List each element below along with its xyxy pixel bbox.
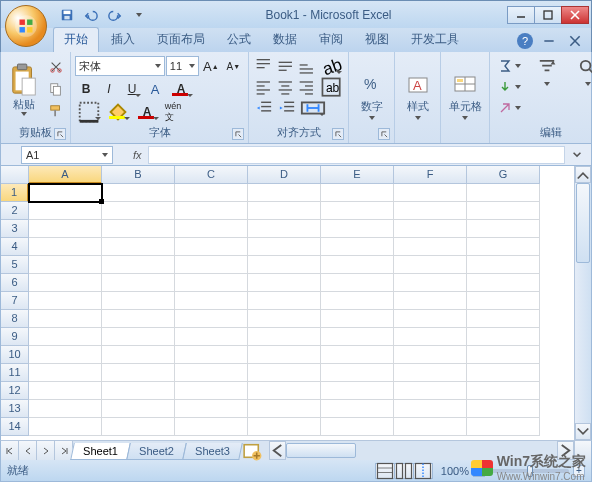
cell[interactable] [29, 238, 102, 256]
column-header[interactable]: G [467, 166, 540, 184]
cell[interactable] [102, 256, 175, 274]
row-header[interactable]: 6 [1, 274, 29, 292]
cell[interactable] [175, 328, 248, 346]
first-sheet-icon[interactable] [1, 441, 19, 460]
copy-icon[interactable] [46, 79, 66, 99]
cell[interactable] [467, 346, 540, 364]
cell[interactable] [321, 184, 394, 202]
autosum-icon[interactable] [496, 56, 523, 76]
cell[interactable] [321, 400, 394, 418]
number-format-button[interactable]: % 数字 [353, 54, 390, 139]
find-select-icon[interactable] [571, 56, 592, 86]
cell[interactable] [102, 364, 175, 382]
minimize-button[interactable] [507, 6, 535, 24]
cell[interactable] [29, 274, 102, 292]
column-header[interactable]: C [175, 166, 248, 184]
row-header[interactable]: 3 [1, 220, 29, 238]
cell[interactable] [175, 184, 248, 202]
cell[interactable] [175, 256, 248, 274]
cell[interactable] [175, 202, 248, 220]
cell[interactable] [175, 292, 248, 310]
help-button[interactable]: ? [517, 33, 533, 49]
row-header[interactable]: 7 [1, 292, 29, 310]
cell[interactable] [175, 238, 248, 256]
bold-icon[interactable]: B [75, 79, 97, 99]
cell[interactable] [29, 292, 102, 310]
zoom-in-icon[interactable]: + [573, 465, 585, 477]
align-bottom-icon[interactable] [296, 56, 317, 76]
scroll-right-icon[interactable] [557, 441, 574, 460]
scroll-left-icon[interactable] [269, 441, 286, 460]
cell[interactable] [394, 346, 467, 364]
italic-icon[interactable]: I [98, 79, 120, 99]
row-header[interactable]: 1 [1, 184, 29, 202]
cell[interactable] [467, 202, 540, 220]
cell[interactable] [175, 418, 248, 436]
cell[interactable] [394, 382, 467, 400]
zoom-slider[interactable] [489, 469, 569, 473]
cell[interactable] [102, 274, 175, 292]
border-icon[interactable] [75, 102, 103, 122]
cell[interactable] [248, 238, 321, 256]
merge-cells-icon[interactable] [299, 98, 327, 118]
cell[interactable] [321, 220, 394, 238]
cell[interactable] [467, 274, 540, 292]
cell[interactable] [394, 274, 467, 292]
cell[interactable] [102, 310, 175, 328]
tab-insert[interactable]: 插入 [101, 28, 145, 52]
fx-icon[interactable]: fx [133, 149, 142, 161]
align-top-icon[interactable] [253, 56, 274, 76]
cell[interactable] [29, 220, 102, 238]
cell[interactable] [175, 310, 248, 328]
cell[interactable] [29, 328, 102, 346]
row-header[interactable]: 14 [1, 418, 29, 436]
zoom-level[interactable]: 100% [441, 465, 469, 477]
fill-color-icon[interactable] [104, 102, 132, 122]
cell[interactable] [467, 310, 540, 328]
cell[interactable] [102, 220, 175, 238]
cell[interactable] [321, 274, 394, 292]
column-header[interactable]: D [248, 166, 321, 184]
cell[interactable] [29, 364, 102, 382]
cell[interactable] [467, 292, 540, 310]
cell[interactable] [467, 220, 540, 238]
fill-icon[interactable] [496, 77, 523, 97]
name-box[interactable]: A1 [21, 146, 113, 164]
page-layout-view-icon[interactable] [394, 463, 414, 479]
cell[interactable] [248, 220, 321, 238]
cell[interactable] [175, 400, 248, 418]
cell[interactable] [321, 292, 394, 310]
scroll-up-icon[interactable] [575, 166, 591, 183]
cell[interactable] [467, 418, 540, 436]
cell[interactable] [467, 238, 540, 256]
sheet-tab[interactable]: Sheet3 [182, 443, 242, 460]
cell[interactable] [394, 400, 467, 418]
column-header[interactable]: B [102, 166, 175, 184]
normal-view-icon[interactable] [375, 463, 395, 479]
decrease-font-icon[interactable]: A▼ [223, 56, 244, 76]
cell[interactable] [175, 364, 248, 382]
cell[interactable] [29, 256, 102, 274]
cell[interactable] [248, 310, 321, 328]
cell[interactable] [175, 274, 248, 292]
cell[interactable] [394, 202, 467, 220]
row-header[interactable]: 8 [1, 310, 29, 328]
cell[interactable] [248, 274, 321, 292]
prev-sheet-icon[interactable] [19, 441, 37, 460]
tab-review[interactable]: 审阅 [309, 28, 353, 52]
redo-icon[interactable] [105, 5, 125, 25]
font-name-combo[interactable]: 宋体 [75, 56, 165, 76]
column-header[interactable]: A [29, 166, 102, 184]
cell[interactable] [29, 418, 102, 436]
cell[interactable] [321, 418, 394, 436]
cell[interactable] [394, 364, 467, 382]
qat-customize-icon[interactable] [129, 5, 149, 25]
tab-formulas[interactable]: 公式 [217, 28, 261, 52]
vertical-scrollbar[interactable] [574, 166, 591, 440]
cell[interactable] [175, 382, 248, 400]
clipboard-launcher-icon[interactable] [54, 128, 66, 140]
cell[interactable] [321, 202, 394, 220]
next-sheet-icon[interactable] [37, 441, 55, 460]
alignment-launcher-icon[interactable] [332, 128, 344, 140]
format-painter-icon[interactable] [46, 101, 66, 121]
